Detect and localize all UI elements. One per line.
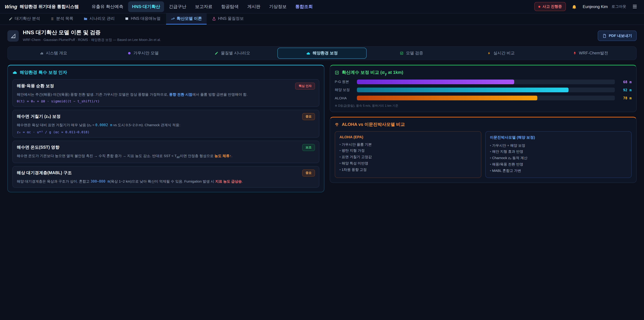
marine-correction-panel: 해양환경 특수 보정 인자 해풍·육풍 순환 보정 핵심 인자 해안에서는 주간…	[8, 65, 324, 192]
factor-card-head: 해상 대기경계층(MABL) 구조 중요	[17, 169, 315, 177]
document-icon	[602, 34, 606, 38]
incident-label: 사고 진행중	[542, 4, 562, 9]
nav-item-reports[interactable]: 보고자료	[191, 1, 216, 12]
tab-label: WRF-Chem발전	[579, 50, 608, 56]
factor-card-head: 해풍·육풍 순환 보정 핵심 인자	[17, 83, 315, 90]
list-item: Charnock z₀ 동적 계산	[490, 155, 627, 161]
subnav-tab-model-theory[interactable]: 확산모델 이론	[166, 14, 206, 25]
model-comparison-panel: ALOHA vs 이문진박사모델 비교 ALOHA (EPA) 가우시안 플룸 …	[330, 117, 636, 183]
subnav-tab-analysis[interactable]: 대기확산 분석	[4, 14, 45, 25]
subnav-tab-analysis-list[interactable]: 분석 목록	[46, 14, 78, 25]
factor-card-sea-land-breeze: 해풍·육풍 순환 보정 핵심 인자 해안에서는 주간(해풍)·야간(육풍) 풍향…	[12, 79, 319, 107]
page-subtitle: WRF-Chem · Gaussian Plume/Puff · ROMS · …	[23, 38, 161, 42]
list-item: 표면 거칠기 고정값	[340, 154, 476, 160]
bar-label: P-G 원본	[335, 79, 354, 84]
list-item: 해안 지형 효과 반영	[490, 149, 627, 155]
chart-line-icon	[170, 17, 174, 21]
tab-label: 해양환경 보정	[312, 50, 338, 56]
tab-gaussian-model[interactable]: 가우시안 모델	[98, 48, 188, 59]
subnav-tab-scenario-manage[interactable]: 시나리오 관리	[79, 14, 120, 25]
tab-label: 시스템 개요	[46, 50, 67, 56]
top-navigation: Wing 해양환경 위기대응 통합시스템 유출유 확산예측 HNS·대기확산 긴…	[0, 0, 644, 14]
subnav-tab-hns-substance[interactable]: HNS 물질정보	[207, 14, 248, 25]
page-titles: HNS 대기확산 모델 이론 및 검증 WRF-Chem · Gaussian …	[23, 29, 161, 42]
page-header: HNS 대기확산 모델 이론 및 검증 WRF-Chem · Gaussian …	[0, 25, 644, 45]
desc-highlight: 지표 농도 급상승	[215, 179, 242, 183]
bell-icon	[572, 4, 577, 9]
scales-icon	[335, 122, 339, 127]
list-item: 해풍/육풍 전환 반영	[490, 161, 627, 168]
check-square-icon	[400, 51, 404, 55]
ruler-icon	[8, 30, 19, 42]
list-item: 가우시안 + 해양 보정	[490, 142, 627, 149]
formula-code: z₀ = αc · u*² / g (αc ≈ 0.011~0.018)	[17, 130, 315, 134]
model-feature-list: 가우시안 + 해양 보정 해안 지형 효과 반영 Charnock z₀ 동적 …	[490, 142, 627, 174]
nav-item-hns-atmos[interactable]: HNS·대기확산	[128, 1, 164, 12]
user-name: Eunjeong Kim	[583, 4, 608, 9]
notification-bell-button[interactable]	[570, 2, 579, 11]
bar-track	[357, 79, 615, 84]
nav-item-weather[interactable]: 기상정보	[265, 1, 291, 12]
bar-row-pg: P-G 원본 68 m	[335, 79, 632, 84]
main-menu: 유출유 확산예측 HNS·대기확산 긴급구난 보고자료 항공탐색 게시판 기상정…	[88, 1, 534, 12]
priority-badge: 보조	[302, 144, 315, 151]
bar-track	[357, 87, 615, 92]
list-icon	[50, 17, 54, 21]
subnav-tab-label: 분석 목록	[56, 16, 74, 22]
incident-status-badge[interactable]: 사고 진행중	[534, 2, 566, 11]
brand[interactable]: Wing 해양환경 위기대응 통합시스템	[5, 4, 79, 10]
tab-realtime-compare[interactable]: 실시간 비교	[456, 48, 546, 59]
subnav-tab-label: 시나리오 관리	[90, 16, 115, 22]
formula-code: θ(t) = θ₀ + Δθ · sigmoid((t − t_shift)/τ…	[17, 100, 315, 103]
factor-description: 해수면은 육상 대비 표면 거칠기가 매우 낮음 (z₀ ≈ 0.0002 m …	[17, 122, 315, 128]
page-title: HNS 대기확산 모델 이론 및 검증	[23, 29, 161, 36]
desc-text: 해양 대기경계층은 육상과 구조가 상이. 혼합고	[17, 179, 90, 183]
dispersion-chart-panel: 확산계수 보정 비교 (σy at 1km) P-G 원본 68 m 해양 보정…	[330, 65, 636, 112]
nav-item-rescue[interactable]: 긴급구난	[165, 1, 190, 12]
tab-label: 가우시안 모델	[133, 50, 159, 56]
folder-icon	[83, 17, 88, 21]
app-root: Wing 해양환경 위기대응 통합시스템 유출유 확산예측 HNS·대기확산 긴…	[0, 0, 644, 320]
subnav-tab-label: HNS 물질정보	[218, 16, 244, 22]
factor-title: 해상 대기경계층(MABL) 구조	[17, 170, 72, 176]
tab-model-validation[interactable]: 모델 검증	[367, 48, 456, 59]
main-content: 해양환경 특수 보정 인자 해풍·육풍 순환 보정 핵심 인자 해안에서는 주간…	[0, 65, 644, 192]
factor-card-surface-roughness: 해수면 거칠기 (z₀) 보정 중요 해수면은 육상 대비 표면 거칠기가 매우…	[12, 110, 319, 138]
desc-text: vs 도시 0.5~2.0 m). Charnock 관계식 적용:	[112, 123, 180, 127]
bar-fill-marine	[357, 87, 568, 92]
tab-wrf-chem[interactable]: WRF-Chem발전	[546, 48, 635, 59]
nav-item-oil-spill[interactable]: 유출유 확산예측	[88, 1, 127, 12]
factor-title: 해풍·육풍 순환 보정	[17, 83, 54, 89]
list-item: 평탄 지형 가정	[340, 148, 476, 154]
pencil-icon	[215, 51, 218, 55]
subnav-tab-label: 확산모델 이론	[176, 16, 202, 22]
bar-label: 해양 보정	[335, 87, 354, 92]
bar-value: 92 m	[618, 88, 632, 92]
subnav-tab-hns-manual[interactable]: HNS 대응매뉴얼	[120, 14, 165, 25]
green-chart-icon	[335, 71, 339, 75]
bar-fill-pg	[357, 79, 514, 84]
nav-item-board[interactable]: 게시판	[243, 1, 264, 12]
nav-item-integrated-search[interactable]: 통합조회	[291, 1, 317, 12]
tab-substance-scenario[interactable]: 물질별 시나리오	[188, 48, 277, 59]
factor-description: 해수면 온도가 기온보다 높으면 열적 불안정 촉진 → 수직 혼합 증가 → …	[17, 153, 315, 159]
tab-label: 물질별 시나리오	[221, 50, 250, 56]
list-item: 해양 특성 미반영	[340, 160, 476, 167]
desc-subscript: air	[176, 155, 180, 159]
leemoonjin-model-box: 이문진박사모델 (해양 보정) 가우시안 + 해양 보정 해안 지형 효과 반영…	[485, 131, 632, 178]
desc-text: 해수면은 육상 대비 표면 거칠기가 매우 낮음 (z₀ ≈	[17, 123, 95, 127]
logout-button[interactable]: 로그아웃	[612, 4, 626, 9]
rocket-icon	[573, 51, 576, 55]
top-right-controls: 사고 진행중 Eunjeong Kim 로그아웃	[534, 2, 639, 11]
desc-text: 에서 플룸 방향 급변을 반영해야 함.	[192, 92, 248, 96]
list-item: 1차원 풍향 고정	[340, 166, 476, 173]
hamburger-menu-button[interactable]	[630, 2, 639, 11]
nav-item-air-search[interactable]: 항공탐색	[217, 1, 243, 12]
tab-system-overview[interactable]: 시스템 개요	[9, 48, 98, 59]
factor-title: 해수면 온도(SST) 영향	[17, 144, 59, 150]
lightning-bolt-icon	[487, 51, 491, 55]
pdf-export-button[interactable]: PDF 내보내기	[598, 31, 636, 41]
tab-marine-correction[interactable]: 해양환경 보정	[277, 48, 367, 59]
tab-label: 실시간 비교	[494, 50, 515, 56]
bar-chart-icon	[40, 51, 44, 55]
